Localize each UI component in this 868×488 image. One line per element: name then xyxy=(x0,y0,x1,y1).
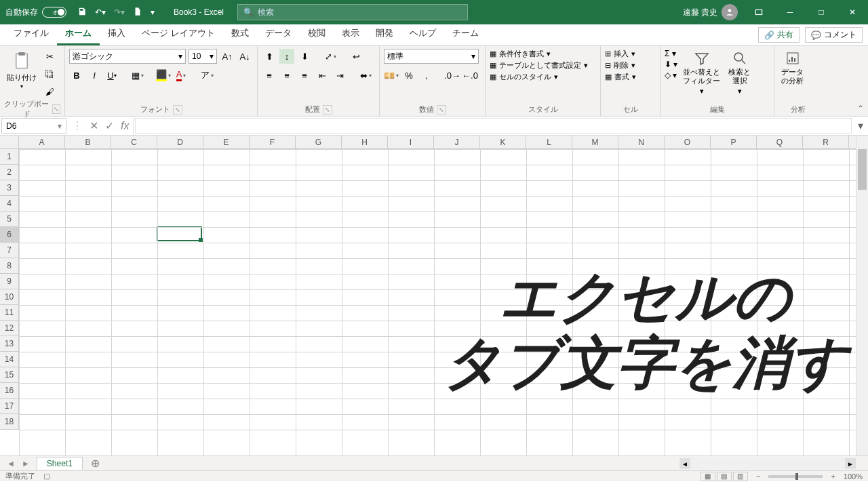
normal-view-icon[interactable]: ▦ xyxy=(701,472,715,481)
maximize-button[interactable]: □ xyxy=(806,0,837,24)
paste-button[interactable]: 貼り付け▾ xyxy=(4,49,39,92)
sheet-tab-active[interactable]: Sheet1 xyxy=(37,457,83,470)
format-painter-icon[interactable]: 🖌 xyxy=(42,84,57,99)
copy-icon[interactable]: ⿻ xyxy=(42,66,57,81)
row-header[interactable]: 8 xyxy=(0,258,18,274)
row-header[interactable]: 5 xyxy=(0,211,18,227)
align-right-icon[interactable]: ≡ xyxy=(297,68,312,83)
col-header[interactable]: L xyxy=(526,136,572,148)
ribbon-tab[interactable]: 表示 xyxy=(334,23,368,45)
border-button[interactable]: ▦ xyxy=(130,68,145,83)
fill-icon[interactable]: ⬇ ▾ xyxy=(665,60,677,69)
format-cells-button[interactable]: ▦書式 ▾ xyxy=(605,72,636,82)
user-account[interactable]: 遠藤 貴史 xyxy=(677,4,743,20)
row-header[interactable]: 2 xyxy=(0,165,18,180)
ribbon-tab[interactable]: 校閲 xyxy=(300,23,334,45)
col-header[interactable]: N xyxy=(618,136,665,148)
row-header[interactable]: 12 xyxy=(0,321,18,336)
enter-formula-icon[interactable]: ✓ xyxy=(105,119,114,132)
name-box[interactable]: D6▾ xyxy=(1,118,66,134)
col-header[interactable]: K xyxy=(480,136,526,148)
col-header[interactable]: A xyxy=(19,136,65,148)
fill-color-button[interactable]: ⬛ xyxy=(156,68,171,83)
cell-styles-button[interactable]: ▦セルのスタイル ▾ xyxy=(490,72,558,82)
active-cell[interactable] xyxy=(157,226,202,241)
font-color-button[interactable]: A xyxy=(174,68,189,83)
qat-more-icon[interactable]: ▾ xyxy=(151,7,155,17)
clipboard-launcher[interactable]: ⤡ xyxy=(52,104,60,114)
row-header[interactable]: 18 xyxy=(0,414,18,430)
zoom-in-icon[interactable]: + xyxy=(831,472,835,481)
increase-font-icon[interactable]: A↑ xyxy=(220,49,235,64)
clear-icon[interactable]: ◇ ▾ xyxy=(665,70,677,80)
col-header[interactable]: E xyxy=(203,136,250,148)
comments-button[interactable]: 💬コメント xyxy=(805,27,863,43)
merge-button[interactable]: ⬌ xyxy=(358,68,373,83)
col-header[interactable]: J xyxy=(434,136,480,148)
row-header[interactable]: 1 xyxy=(0,149,18,165)
font-launcher[interactable]: ⤡ xyxy=(173,105,182,115)
col-header[interactable]: C xyxy=(111,136,157,148)
row-header[interactable]: 13 xyxy=(0,336,18,352)
col-header[interactable]: Q xyxy=(757,136,803,148)
fx-icon[interactable]: fx xyxy=(121,120,129,132)
underline-button[interactable]: U▾ xyxy=(104,68,119,83)
autosum-icon[interactable]: Σ ▾ xyxy=(665,49,677,58)
bold-button[interactable]: B xyxy=(69,68,84,83)
row-header[interactable]: 17 xyxy=(0,399,18,414)
autosave-switch[interactable]: オフ xyxy=(42,7,66,18)
conditional-format-button[interactable]: ▦条件付き書式 ▾ xyxy=(490,49,551,59)
decrease-font-icon[interactable]: A↓ xyxy=(237,49,252,64)
row-header[interactable]: 7 xyxy=(0,243,18,258)
insert-cells-button[interactable]: ⊞挿入 ▾ xyxy=(605,49,635,59)
ribbon-tab[interactable]: ヘルプ xyxy=(401,23,444,45)
align-launcher[interactable]: ⤡ xyxy=(323,105,332,115)
cancel-formula-icon[interactable]: ✕ xyxy=(90,119,98,132)
col-header[interactable]: M xyxy=(572,136,618,148)
col-header[interactable]: F xyxy=(250,136,296,148)
zoom-out-icon[interactable]: − xyxy=(756,472,760,481)
col-header[interactable]: B xyxy=(65,136,111,148)
add-sheet-button[interactable]: ⊕ xyxy=(83,457,108,470)
wrap-text-icon[interactable]: ↩ xyxy=(349,49,363,64)
row-header[interactable]: 11 xyxy=(0,305,18,321)
undo-icon[interactable]: ↶▾ xyxy=(95,7,106,17)
decrease-decimal-icon[interactable]: ←.0 xyxy=(462,68,477,83)
col-header[interactable]: H xyxy=(342,136,388,148)
number-launcher[interactable]: ⤡ xyxy=(437,105,446,115)
search-box[interactable]: 🔍 検索 xyxy=(237,4,468,20)
horizontal-scrollbar[interactable]: ◄► xyxy=(679,458,856,469)
redo-icon[interactable]: ↷▾ xyxy=(114,7,125,17)
share-button[interactable]: 🔗共有 xyxy=(758,27,800,43)
autosave-toggle[interactable]: 自動保存 オフ xyxy=(0,7,72,18)
delete-cells-button[interactable]: ⊟削除 ▾ xyxy=(605,60,635,70)
column-headers[interactable]: ABCDEFGHIJKLMNOPQR xyxy=(19,136,856,149)
sheet-next-icon[interactable]: ► xyxy=(22,459,30,468)
expand-formula-icon[interactable]: ▾ xyxy=(853,117,868,135)
ribbon-tab[interactable]: データ xyxy=(257,23,300,45)
row-header[interactable]: 3 xyxy=(0,180,18,196)
ribbon-tab[interactable]: ホーム xyxy=(57,23,100,45)
ribbon-tab[interactable]: 開発 xyxy=(368,23,401,45)
col-header[interactable]: D xyxy=(157,136,203,148)
italic-button[interactable]: I xyxy=(87,68,102,83)
vertical-scrollbar[interactable] xyxy=(856,136,868,455)
row-header[interactable]: 15 xyxy=(0,367,18,383)
zoom-slider[interactable] xyxy=(768,475,823,478)
accounting-format-icon[interactable]: 💴 xyxy=(384,68,399,83)
touch-mode-icon[interactable] xyxy=(133,7,142,18)
row-header[interactable]: 9 xyxy=(0,274,18,289)
align-center-icon[interactable]: ≡ xyxy=(279,68,294,83)
sheet-prev-icon[interactable]: ◄ xyxy=(7,459,15,468)
increase-decimal-icon[interactable]: .0→ xyxy=(445,68,460,83)
col-header[interactable]: O xyxy=(665,136,711,148)
zoom-level[interactable]: 100% xyxy=(844,472,863,481)
phonetic-button[interactable]: ア xyxy=(199,68,214,83)
select-all-triangle[interactable] xyxy=(0,136,19,149)
col-header[interactable]: I xyxy=(388,136,434,148)
minimize-button[interactable]: ─ xyxy=(774,0,806,24)
collapse-ribbon-icon[interactable]: ⌃ xyxy=(857,104,864,113)
ribbon-tab[interactable]: 挿入 xyxy=(100,23,134,45)
col-header[interactable]: R xyxy=(803,136,849,148)
comma-icon[interactable]: , xyxy=(419,68,434,83)
